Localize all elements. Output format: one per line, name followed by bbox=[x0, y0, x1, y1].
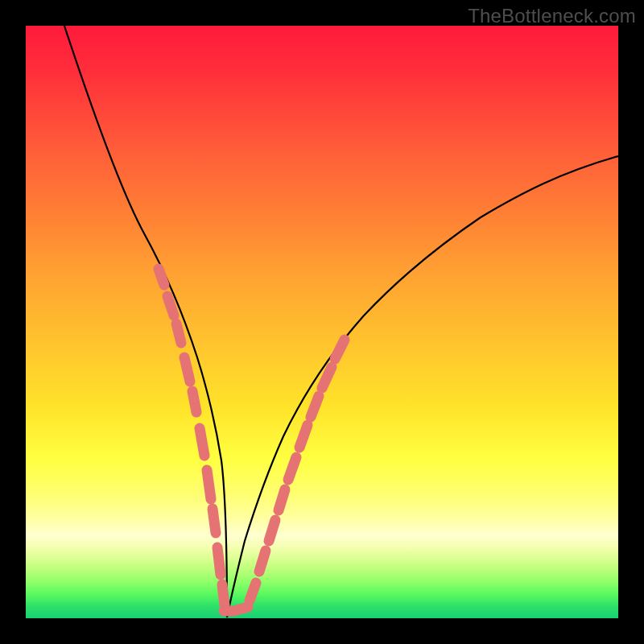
chart-frame: TheBottleneck.com bbox=[0, 0, 644, 644]
highlight-bottom bbox=[224, 607, 248, 611]
watermark-text: TheBottleneck.com bbox=[468, 5, 636, 27]
plot-area bbox=[26, 26, 618, 618]
highlight-right bbox=[250, 340, 345, 601]
bottleneck-curve bbox=[26, 26, 618, 617]
curve-svg bbox=[26, 26, 618, 618]
highlight-left bbox=[159, 269, 225, 605]
